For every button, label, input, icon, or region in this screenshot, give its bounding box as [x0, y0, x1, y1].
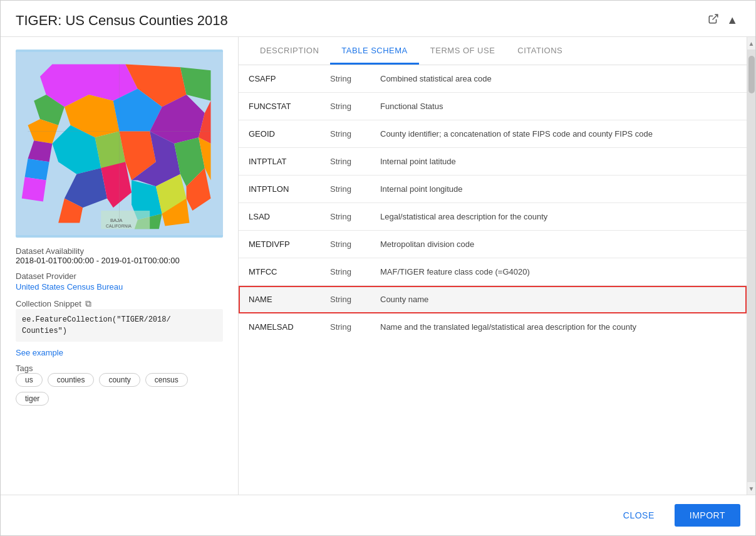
- schema-col-desc: Internal point longitude: [370, 176, 747, 203]
- tabs-bar: DESCRIPTION TABLE SCHEMA TERMS OF USE CI…: [239, 37, 747, 65]
- schema-col-name: FUNCSTAT: [239, 93, 320, 120]
- schema-col-name: LSAD: [239, 203, 320, 231]
- schema-col-name: MTFCC: [239, 258, 320, 286]
- dataset-provider-section: Dataset Provider United States Census Bu…: [16, 271, 223, 292]
- code-block: ee.FeatureCollection("TIGER/2018/Countie…: [16, 309, 223, 342]
- table-row[interactable]: LSAD String Legal/statistical area descr…: [239, 203, 747, 231]
- table-row[interactable]: FUNCSTAT String Functional Status: [239, 93, 747, 120]
- dialog-header: TIGER: US Census Counties 2018 ▲: [1, 1, 755, 37]
- scrollbar-thumb[interactable]: [748, 56, 755, 93]
- schema-col-type: String: [320, 176, 370, 203]
- dialog-body: BAJA CALIFORNIA Dataset Availability 201…: [1, 37, 755, 495]
- schema-col-type: String: [320, 120, 370, 148]
- scrollbar-arrow-down[interactable]: ▼: [747, 482, 756, 495]
- table-row[interactable]: INTPTLAT String Internal point latitude: [239, 148, 747, 176]
- schema-col-type: String: [320, 258, 370, 286]
- tags-section: Tags us counties county census tiger: [16, 364, 223, 406]
- tags-label: Tags: [16, 364, 223, 373]
- map-image: BAJA CALIFORNIA: [16, 50, 223, 238]
- dataset-availability-label: Dataset Availability: [16, 246, 223, 256]
- table-row[interactable]: METDIVFP String Metropolitan division co…: [239, 231, 747, 258]
- schema-col-desc: Functional Status: [370, 93, 747, 120]
- schema-col-type: String: [320, 148, 370, 176]
- tab-description[interactable]: DESCRIPTION: [249, 37, 330, 65]
- dataset-provider-label: Dataset Provider: [16, 271, 223, 281]
- schema-col-name: CSAFP: [239, 65, 320, 93]
- open-external-icon[interactable]: [705, 12, 722, 29]
- import-button[interactable]: IMPORT: [675, 504, 740, 527]
- scrollbar-track: [747, 50, 755, 482]
- schema-col-desc: Internal point latitude: [370, 148, 747, 176]
- table-row[interactable]: CSAFP String Combined statistical area c…: [239, 65, 747, 93]
- schema-col-name: INTPTLON: [239, 176, 320, 203]
- table-row[interactable]: NAME String County name: [239, 286, 747, 313]
- left-panel: BAJA CALIFORNIA Dataset Availability 201…: [1, 37, 239, 495]
- scroll-up-icon[interactable]: ▲: [724, 12, 740, 29]
- tags-row-2: tiger: [16, 392, 223, 406]
- tags-row: us counties county census: [16, 373, 223, 387]
- dialog-footer: CLOSE IMPORT: [1, 495, 755, 535]
- tag-counties[interactable]: counties: [48, 373, 95, 387]
- right-scrollbar[interactable]: ▲ ▼: [747, 37, 755, 495]
- schema-col-name: INTPTLAT: [239, 148, 320, 176]
- svg-marker-24: [22, 177, 46, 202]
- schema-col-desc: MAF/TIGER feature class code (=G4020): [370, 258, 747, 286]
- schema-col-desc: Name and the translated legal/statistica…: [370, 313, 747, 341]
- collection-snippet-section: Collection Snippet ⧉ ee.FeatureCollectio…: [16, 298, 223, 342]
- schema-col-name: NAME: [239, 286, 320, 313]
- copy-icon[interactable]: ⧉: [85, 298, 91, 309]
- tab-citations[interactable]: CITATIONS: [506, 37, 574, 65]
- schema-col-name: GEOID: [239, 120, 320, 148]
- schema-col-desc: Legal/statistical area description for t…: [370, 203, 747, 231]
- schema-table: CSAFP String Combined statistical area c…: [239, 65, 747, 340]
- schema-col-type: String: [320, 93, 370, 120]
- dataset-availability-section: Dataset Availability 2018-01-01T00:00:00…: [16, 244, 223, 265]
- table-row[interactable]: MTFCC String MAF/TIGER feature class cod…: [239, 258, 747, 286]
- table-row[interactable]: GEOID String County identifier; a concat…: [239, 120, 747, 148]
- dataset-availability-value: 2018-01-01T00:00:00 - 2019-01-01T00:00:0…: [16, 256, 223, 265]
- table-row[interactable]: NAMELSAD String Name and the translated …: [239, 313, 747, 341]
- tag-county[interactable]: county: [99, 373, 140, 387]
- right-panel: DESCRIPTION TABLE SCHEMA TERMS OF USE CI…: [239, 37, 747, 495]
- schema-col-desc: County identifier; a concatenation of st…: [370, 120, 747, 148]
- dataset-provider-link[interactable]: United States Census Bureau: [16, 282, 123, 292]
- schema-col-desc: Combined statistical area code: [370, 65, 747, 93]
- scrollbar-arrow-up[interactable]: ▲: [747, 37, 756, 50]
- schema-col-type: String: [320, 231, 370, 258]
- svg-line-0: [713, 14, 718, 19]
- schema-col-name: NAMELSAD: [239, 313, 320, 341]
- schema-col-type: String: [320, 313, 370, 341]
- dialog: TIGER: US Census Counties 2018 ▲: [0, 0, 756, 536]
- dialog-title: TIGER: US Census Counties 2018: [16, 13, 228, 29]
- header-icons: ▲: [705, 12, 740, 29]
- schema-col-type: String: [320, 203, 370, 231]
- see-example-link[interactable]: See example: [16, 348, 223, 357]
- schema-col-type: String: [320, 65, 370, 93]
- svg-marker-23: [25, 159, 49, 180]
- schema-col-desc: County name: [370, 286, 747, 313]
- schema-table-container[interactable]: CSAFP String Combined statistical area c…: [239, 65, 747, 495]
- tag-tiger[interactable]: tiger: [16, 392, 49, 406]
- collection-snippet-label: Collection Snippet ⧉: [16, 298, 223, 309]
- tag-us[interactable]: us: [16, 373, 43, 387]
- tab-terms-of-use[interactable]: TERMS OF USE: [419, 37, 507, 65]
- schema-col-name: METDIVFP: [239, 231, 320, 258]
- tab-table-schema[interactable]: TABLE SCHEMA: [330, 37, 418, 65]
- schema-col-desc: Metropolitan division code: [370, 231, 747, 258]
- svg-text:BAJA: BAJA: [110, 218, 123, 223]
- tag-census[interactable]: census: [145, 373, 188, 387]
- schema-col-type: String: [320, 286, 370, 313]
- table-row[interactable]: INTPTLON String Internal point longitude: [239, 176, 747, 203]
- close-button[interactable]: CLOSE: [613, 505, 665, 525]
- svg-text:CALIFORNIA: CALIFORNIA: [106, 224, 132, 228]
